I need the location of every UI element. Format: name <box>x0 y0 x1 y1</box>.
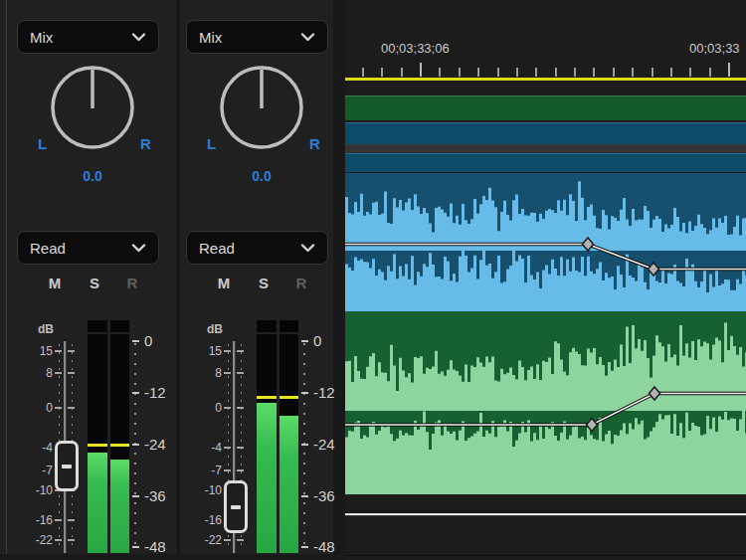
fader-tick <box>55 372 62 374</box>
fader-tick <box>55 519 62 521</box>
fader-tick <box>237 447 244 449</box>
fader-tick <box>224 539 231 541</box>
pan-knob[interactable] <box>49 63 136 150</box>
meter-clip-indicator-left <box>257 320 277 332</box>
pan-left-label: L <box>207 135 216 152</box>
ruler-tick <box>574 68 576 77</box>
meter-tick <box>301 340 308 342</box>
volume-fader-handle[interactable] <box>55 441 79 491</box>
solo-button[interactable]: S <box>253 275 275 291</box>
automation-mode-label: Read <box>30 240 66 257</box>
ruler-tick <box>535 68 537 77</box>
pan-assign-label: Mix <box>30 29 53 46</box>
ruler-timecode-left: 00;03;33;06 <box>381 41 450 56</box>
fader-tick <box>237 539 244 541</box>
meter-minor-ticks <box>303 343 305 550</box>
msr-button-row: M S R <box>14 275 165 294</box>
meter-scale-label: 0 <box>144 332 152 350</box>
meter-peak-indicator <box>88 444 107 447</box>
channel-strip-divider <box>177 0 180 560</box>
record-arm-button[interactable]: R <box>121 275 143 291</box>
ruler-tick <box>439 68 441 77</box>
fader-tick <box>68 372 75 374</box>
ruler-tick <box>401 68 403 77</box>
ruler-tick <box>670 68 672 77</box>
track-gap <box>345 144 746 153</box>
work-area-bar[interactable] <box>345 78 746 81</box>
meter-peak-indicator <box>280 396 298 399</box>
panel-right-gutter <box>333 0 345 560</box>
fader-scale-label: 15 <box>189 343 222 359</box>
pan-knob[interactable] <box>218 63 305 150</box>
mute-button[interactable]: M <box>213 275 235 291</box>
fader-scale-label: -4 <box>189 440 222 456</box>
ruler-tick <box>497 68 499 77</box>
ruler-tick <box>689 68 691 77</box>
automation-mode-dropdown[interactable]: Read <box>17 231 159 265</box>
fader-tick <box>224 350 231 352</box>
meter-tick <box>132 546 139 548</box>
pan-assign-dropdown[interactable]: Mix <box>17 20 159 54</box>
meter-peak-indicator <box>257 396 277 399</box>
db-unit-label: dB <box>207 322 223 336</box>
collapsed-audio-track-bar-2[interactable] <box>345 153 746 172</box>
ruler-tick <box>555 68 557 77</box>
ruler-tick <box>420 63 422 77</box>
meter-tick <box>301 444 308 446</box>
meter-level-bar <box>257 403 277 553</box>
fader-tick <box>68 350 75 352</box>
volume-fader-handle[interactable] <box>224 480 248 533</box>
fader-scale-label: -22 <box>20 532 53 548</box>
mute-button[interactable]: M <box>44 275 66 291</box>
ruler-tick <box>516 68 518 77</box>
automation-mode-label: Read <box>199 240 235 257</box>
ruler-tick <box>381 68 383 77</box>
audio-clip-a1[interactable] <box>345 173 746 311</box>
db-unit-label: dB <box>38 322 54 336</box>
meter-scale-label: -36 <box>144 487 166 505</box>
fader-tick <box>224 407 231 409</box>
meter-minor-ticks <box>134 343 136 550</box>
meter-tick <box>132 444 139 446</box>
channel-strip-2: Mix L R 0.0 Read M S R dB <box>183 0 334 560</box>
chevron-down-icon <box>300 244 315 253</box>
ruler-tick <box>362 68 364 77</box>
pan-right-label: R <box>309 135 320 152</box>
automation-mode-dropdown[interactable]: Read <box>186 231 328 265</box>
meter-tick <box>301 495 308 497</box>
pan-value[interactable]: 0.0 <box>53 168 132 184</box>
fader-tick <box>237 350 244 352</box>
fader-scale-label: 0 <box>20 400 53 416</box>
pan-assign-dropdown[interactable]: Mix <box>186 20 328 54</box>
timeline-panel: 00;03;33;06 00;03;33 <box>345 0 746 560</box>
meter-tick <box>132 495 139 497</box>
fader-scale-label: 0 <box>189 400 222 416</box>
meter-scale-label: -12 <box>144 384 166 402</box>
video-clip-bar[interactable] <box>345 95 746 120</box>
pan-left-label: L <box>38 135 47 152</box>
audio-clip-a2[interactable] <box>345 311 746 494</box>
fader-tick <box>224 447 231 449</box>
fader-tick <box>55 407 62 409</box>
meter-level-bar <box>280 416 298 553</box>
meter-tick <box>301 546 308 548</box>
ruler-tick <box>593 68 595 77</box>
ruler-tick <box>728 63 730 77</box>
pan-value[interactable]: 0.0 <box>222 168 301 184</box>
ruler-tick <box>477 68 479 77</box>
ruler-tick <box>613 68 615 77</box>
track-separator <box>345 555 746 556</box>
meter-scale-label: -24 <box>313 436 335 454</box>
fader-scale-label: -22 <box>189 532 222 548</box>
time-ruler[interactable] <box>345 60 746 78</box>
meter-clip-indicator-right <box>110 320 129 332</box>
solo-button[interactable]: S <box>84 275 105 291</box>
empty-track-volume-line[interactable] <box>345 512 746 516</box>
meter-clip-indicator-right <box>280 320 298 332</box>
fader-tick <box>224 469 231 471</box>
fader-tick <box>68 519 75 521</box>
collapsed-audio-track-bar-1[interactable] <box>345 122 746 144</box>
chevron-down-icon <box>131 244 146 253</box>
record-arm-button[interactable]: R <box>290 275 312 291</box>
channel-strip-1: Mix L R 0.0 Read M S R dB <box>14 0 165 560</box>
